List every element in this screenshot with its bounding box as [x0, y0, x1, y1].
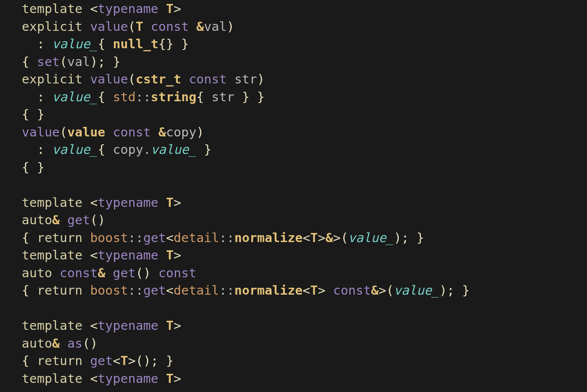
code-line[interactable]: { return boost::get<detail::normalize<T>… — [22, 230, 424, 245]
code-token: T — [136, 19, 151, 34]
code-line[interactable]: : value_{ std::string{ str } } — [22, 90, 265, 104]
code-token: normalize — [234, 230, 303, 245]
code-token: str — [234, 72, 257, 86]
code-token: < — [90, 318, 97, 333]
code-token: & — [52, 336, 60, 351]
code-token: boost — [90, 283, 128, 298]
code-token: < — [90, 371, 97, 386]
code-token: } — [197, 142, 212, 157]
code-token: < — [166, 230, 173, 245]
code-token: ( — [128, 19, 135, 34]
code-token: > — [173, 318, 181, 333]
code-token: T — [166, 195, 173, 210]
code-token: cstr_t — [136, 72, 189, 86]
code-token: value — [90, 19, 128, 34]
code-line[interactable]: : value_{ copy.value_ } — [22, 142, 212, 157]
code-token: { — [22, 353, 37, 368]
code-token: const — [333, 283, 371, 298]
code-line[interactable]: { } — [22, 160, 44, 175]
code-token: T — [120, 353, 128, 368]
code-token: get — [143, 283, 166, 298]
code-token: > — [173, 195, 181, 210]
code-token: normalize — [234, 283, 303, 298]
code-token: ); } — [439, 283, 470, 298]
code-line[interactable]: template <typename T> — [22, 195, 181, 210]
code-token: auto — [22, 266, 60, 280]
code-token: { — [22, 230, 37, 245]
code-line[interactable]: auto& get() — [22, 213, 105, 227]
code-token — [44, 90, 52, 104]
code-token: ); } — [90, 54, 120, 69]
code-token — [60, 336, 67, 351]
code-token: & — [158, 125, 166, 140]
code-token: } } — [234, 90, 265, 104]
code-token: < — [303, 230, 310, 245]
code-token: :: — [128, 230, 143, 245]
code-token: > — [173, 371, 181, 386]
code-token: const — [158, 266, 196, 280]
code-token: detail — [173, 283, 219, 298]
code-token: > — [318, 283, 333, 298]
code-token — [22, 37, 37, 51]
code-token: < — [303, 283, 310, 298]
code-editor[interactable]: template <typename T> explicit value(T c… — [0, 0, 587, 387]
code-token: T — [310, 230, 318, 245]
code-token: value_ — [52, 90, 98, 104]
code-token: >( — [379, 283, 394, 298]
code-token — [44, 37, 52, 51]
code-token: value — [90, 72, 128, 86]
code-line[interactable]: { } — [22, 107, 44, 122]
code-line[interactable]: template <typename T> — [22, 248, 181, 262]
code-token: return — [37, 230, 90, 245]
code-token: typename — [98, 318, 166, 333]
code-line[interactable]: value(value const &copy) — [22, 125, 204, 140]
code-token — [105, 266, 113, 280]
code-token: { — [22, 54, 37, 69]
code-token: < — [90, 1, 97, 16]
code-token: template — [22, 318, 90, 333]
code-token: ( — [60, 125, 67, 140]
code-token: boost — [90, 230, 128, 245]
code-token: < — [166, 283, 173, 298]
code-token: null_t — [113, 37, 159, 51]
code-line[interactable]: auto const& get() const — [22, 266, 197, 280]
code-token: { — [98, 90, 113, 104]
code-token: val — [204, 19, 227, 34]
code-line[interactable]: template <typename T> — [22, 371, 181, 386]
code-token: : — [37, 142, 44, 157]
code-token: template — [22, 248, 90, 262]
code-token: const — [60, 266, 97, 280]
code-token: >( — [333, 230, 348, 245]
code-token: typename — [98, 248, 166, 262]
code-token: ) — [257, 72, 264, 86]
code-line[interactable]: template <typename T> — [22, 1, 181, 16]
code-line[interactable]: : value_{ null_t{} } — [22, 37, 189, 51]
code-line[interactable]: explicit value(cstr_t const str) — [22, 72, 265, 86]
code-token: :: — [219, 283, 234, 298]
code-token: > — [173, 248, 181, 262]
code-line[interactable]: { set(val); } — [22, 54, 120, 69]
code-token: { } — [22, 160, 44, 175]
code-token: typename — [98, 1, 166, 16]
code-token — [44, 142, 52, 157]
code-token: copy — [113, 142, 143, 157]
code-token: std — [113, 90, 136, 104]
code-token: get — [143, 230, 166, 245]
code-token: return — [37, 353, 90, 368]
code-token: ); } — [394, 230, 424, 245]
code-line[interactable]: { return get<T>(); } — [22, 353, 173, 368]
code-token: ( — [128, 72, 135, 86]
code-token: get — [113, 266, 136, 280]
code-token — [60, 213, 67, 227]
code-token: detail — [173, 230, 219, 245]
code-token — [22, 142, 37, 157]
code-token: : — [37, 37, 44, 51]
code-line[interactable]: explicit value(T const &val) — [22, 19, 234, 34]
code-line[interactable]: { return boost::get<detail::normalize<T>… — [22, 283, 470, 298]
code-token: const — [113, 125, 159, 140]
code-token: string — [151, 90, 197, 104]
code-token: { — [98, 142, 113, 157]
code-line[interactable]: auto& as() — [22, 336, 98, 351]
code-line[interactable]: template <typename T> — [22, 318, 181, 333]
code-token: () — [90, 213, 105, 227]
